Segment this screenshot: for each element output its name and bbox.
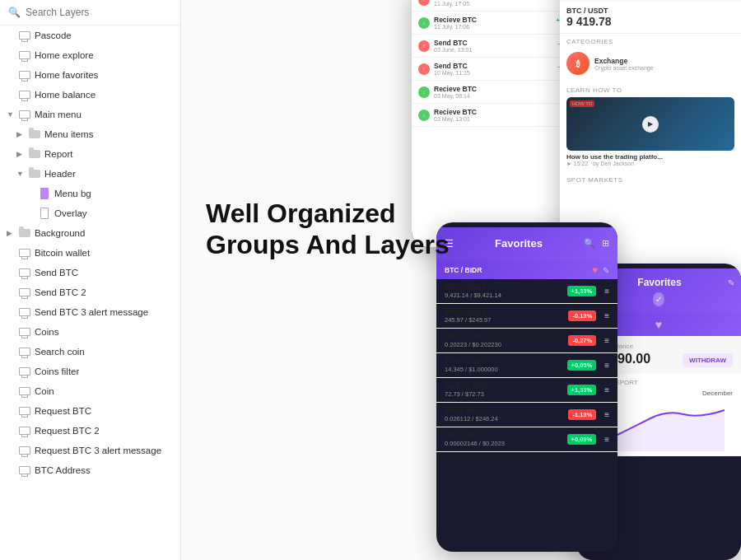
fav-col-pair: BTC / BIDR <box>445 266 592 274</box>
withdraw-button[interactable]: WITHDRAW <box>683 353 733 367</box>
layer-item-report[interactable]: ▶Report <box>0 144 180 164</box>
search-input[interactable] <box>26 7 172 18</box>
layer-item-background[interactable]: ▶Background <box>0 223 180 243</box>
layer-item-request-btc[interactable]: Request BTC <box>0 401 180 421</box>
play-button[interactable]: ▶ <box>642 116 659 133</box>
search-icon: 🔍 <box>8 7 21 18</box>
layer-item-search-coin[interactable]: Search coin <box>0 342 180 362</box>
layer-item-home-favorites[interactable]: Home favorites <box>0 65 180 85</box>
exchange-category[interactable]: ₿ Exchange Crypto asset exchange <box>566 49 734 78</box>
item-menu-icon[interactable]: ≡ <box>604 385 609 394</box>
layer-item-overlay[interactable]: Overlay <box>0 203 180 223</box>
layer-label: Request BTC 2 <box>35 426 100 436</box>
layer-item-home-explore[interactable]: Home explore <box>0 45 180 65</box>
layer-item-menu-items[interactable]: ▶Menu items <box>0 124 180 144</box>
layer-item-btc-address[interactable]: BTC Address <box>0 460 180 480</box>
item-menu-icon[interactable]: ≡ <box>604 336 609 345</box>
layer-label: Search coin <box>35 347 85 357</box>
layer-label: Menu bg <box>54 189 91 198</box>
layer-item-request-btc-3[interactable]: Request BTC 3 alert message <box>0 441 180 460</box>
phone4-title: Favorites <box>637 277 681 288</box>
pair-price: 0.026112 / $246.24 <box>445 415 563 422</box>
categories-title: CATEGORIES <box>566 38 734 45</box>
hero-line1: Well Organized <box>206 198 450 229</box>
chevron-icon: ▼ <box>7 110 15 119</box>
layer-label: Home explore <box>35 50 94 60</box>
receive-icon: ↓ <box>418 110 430 121</box>
layer-label: Report <box>44 149 73 159</box>
layer-type-icon <box>18 424 31 437</box>
tx-date: 03 June, 13:01 <box>434 47 553 53</box>
layer-item-pascode[interactable]: Pascode <box>0 26 180 45</box>
layer-label: Coin <box>35 386 54 396</box>
layer-item-send-btc-3[interactable]: Send BTC 3 alert message <box>0 302 180 322</box>
pair-name: EOS / USDT <box>445 357 562 366</box>
layer-type-icon <box>18 306 31 319</box>
layer-label: Menu items <box>44 129 93 139</box>
grid-icon[interactable]: ⊞ <box>602 238 609 249</box>
item-menu-icon[interactable]: ≡ <box>604 435 609 444</box>
layer-label: Overlay <box>54 208 87 218</box>
layer-label: Main menu <box>35 110 82 119</box>
layer-type-icon <box>18 404 31 418</box>
exchange-name: Exchange <box>594 57 654 65</box>
tx-title: Send BTC <box>434 62 553 70</box>
layers-panel: 🔍 PascodeHome exploreHome favoritesHome … <box>0 0 181 560</box>
tx-title: Recieve BTC <box>434 108 559 116</box>
layer-label: Background <box>35 228 85 238</box>
tx-date: 10 May, 11:15 <box>434 70 553 76</box>
pair-price: 0.20223 / $0.202230 <box>445 341 563 348</box>
layer-item-coins[interactable]: Coins <box>0 322 180 342</box>
exchange-desc: Crypto asset exchange <box>594 65 654 71</box>
item-menu-icon[interactable]: ≡ <box>604 361 609 370</box>
layer-type-icon <box>18 68 31 82</box>
layer-item-header[interactable]: ▼Header <box>0 164 180 184</box>
layer-item-menu-bg[interactable]: Menu bg <box>0 184 180 203</box>
edit-icon: ✎ <box>728 278 734 287</box>
item-menu-icon[interactable]: ≡ <box>604 410 609 419</box>
layer-item-home-balance[interactable]: Home balance <box>0 85 180 105</box>
tx-title: Send BTC <box>434 39 553 47</box>
layer-item-send-btc-2[interactable]: Send BTC 2 <box>0 282 180 302</box>
search-icon[interactable]: 🔍 <box>584 238 595 249</box>
layer-label: Header <box>44 169 76 179</box>
layer-item-request-btc-2[interactable]: Request BTC 2 <box>0 421 180 441</box>
video-overlay: ▶ <box>566 97 734 151</box>
layer-item-coins-filter[interactable]: Coins filter <box>0 362 180 381</box>
phone-mockup-favorites: ☰ Favorites 🔍 ⊞ BTC / BIDR ♥ ✎ BTC / USD… <box>436 222 618 552</box>
favorites-item: XRP / USDT0.20223 / $0.202230-0,27%≡ <box>436 329 618 353</box>
price-change-badge: +0,09% <box>567 434 597 445</box>
layer-type-icon <box>18 365 31 378</box>
layer-item-bitcoin-wallet[interactable]: Bitcoin wallet <box>0 243 180 263</box>
layer-type-icon <box>18 464 31 477</box>
phone2-nav: ☰ Favorites 🔍 ⊞ <box>445 237 609 250</box>
layer-type-icon <box>28 167 41 180</box>
item-menu-icon[interactable]: ≡ <box>604 311 609 320</box>
favorites-item: EOS / USDT14,345 / $1.000000+0,05%≡ <box>436 353 618 378</box>
layer-label: Send BTC 3 alert message <box>35 307 148 317</box>
video-thumbnail[interactable]: HOW TO ▶ <box>566 97 734 151</box>
layer-type-icon <box>18 49 31 62</box>
pair-name: ETH / BTC <box>445 407 563 415</box>
layer-label: Request BTC 3 alert message <box>35 446 161 455</box>
categories-section: CATEGORIES ₿ Exchange Crypto asset excha… <box>560 34 741 82</box>
item-menu-icon[interactable]: ≡ <box>604 287 609 296</box>
layer-item-main-menu[interactable]: ▼Main menu <box>0 105 180 124</box>
layer-type-icon <box>28 147 41 161</box>
search-bar[interactable]: 🔍 <box>0 0 180 26</box>
receive-icon: ↓ <box>418 86 430 98</box>
layer-type-icon <box>18 246 31 259</box>
price-change-badge: -0,13% <box>568 310 596 321</box>
layer-item-send-btc[interactable]: Send BTC <box>0 263 180 282</box>
layer-type-icon <box>18 108 31 121</box>
layer-label: BTC Address <box>35 465 91 475</box>
edit-icon: ✎ <box>603 266 609 275</box>
price-change-badge: -0,27% <box>568 335 596 346</box>
phone2-icons: 🔍 ⊞ <box>584 238 609 249</box>
layer-label: Bitcoin wallet <box>35 248 90 258</box>
hero-text: Well Organized Groups And Layers <box>206 198 450 261</box>
spot-markets-section: SPOT MARKETS <box>560 173 741 187</box>
chevron-icon: ▶ <box>16 130 25 138</box>
layer-item-coin[interactable]: Coin <box>0 381 180 401</box>
exchange-info: Exchange Crypto asset exchange <box>594 57 654 71</box>
